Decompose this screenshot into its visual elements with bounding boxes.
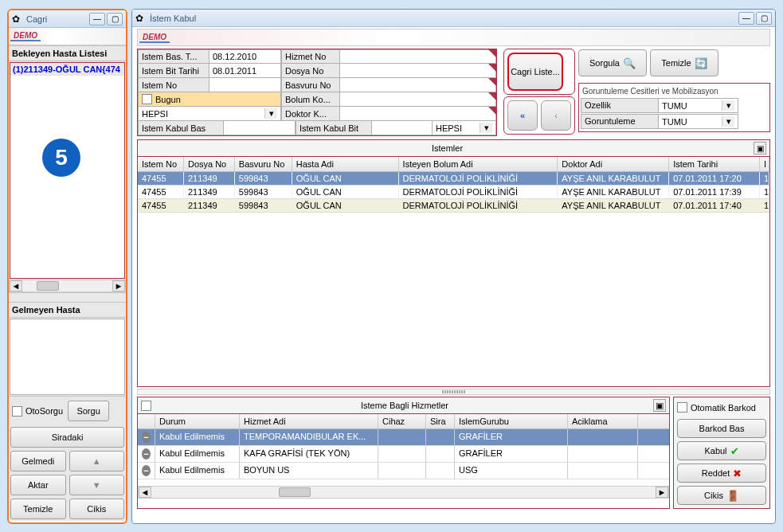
prev-button[interactable]: ‹ <box>541 100 571 131</box>
sub-grid-header: Durum Hizmet Adi Cihaz Sira IslemGurubu … <box>138 414 669 429</box>
cikis-button[interactable]: Cikis <box>69 499 125 519</box>
bolum-ko-input[interactable] <box>340 92 496 107</box>
sub-grid-title-bar: Isteme Bagli Hizmetler ▣ <box>138 397 669 414</box>
istemler-grid[interactable]: Istem No Dosya No Basvuru No Hasta Adi I… <box>137 156 770 387</box>
maximize-grid-button[interactable]: ▣ <box>754 142 766 155</box>
maximize-button[interactable]: ▢ <box>756 12 772 25</box>
col-cihaz[interactable]: Cihaz <box>378 414 426 428</box>
ozellik-select[interactable]: TUMU▾ <box>659 98 738 113</box>
dropdown-icon: ▾ <box>722 116 734 127</box>
istem-title: İstem Kabul <box>150 14 738 23</box>
table-row[interactable]: 47455211349599843OĞUL CANDERMATOLOJİ POL… <box>138 199 769 213</box>
scroll-thumb[interactable] <box>37 281 59 291</box>
no-show-header: Gelmeyen Hasta <box>9 302 126 318</box>
siradaki-button[interactable]: Siradaki <box>10 427 124 448</box>
hizmet-no-input[interactable] <box>340 49 496 64</box>
col-hasta-adi[interactable]: Hasta Adi <box>292 157 399 171</box>
scroll-left-icon[interactable]: ◄ <box>10 280 22 291</box>
oto-barkod-checkbox[interactable] <box>677 402 687 413</box>
cagri-title: Cagri <box>26 14 89 24</box>
col-sira[interactable]: Sira <box>426 414 455 428</box>
scroll-thumb[interactable] <box>279 487 311 497</box>
basvuru-no-input[interactable] <box>340 78 496 92</box>
hepsi2-select[interactable]: HEPSI▾ <box>433 121 496 135</box>
col-istem-no[interactable]: Istem No <box>138 157 184 171</box>
isteme-bagli-grid[interactable]: Isteme Bagli Hizmetler ▣ Durum Hizmet Ad… <box>137 397 670 509</box>
table-row[interactable]: − Kabul EdilmemisTEMPORAMANDIBULAR EK...… <box>138 429 669 446</box>
sorgu-button[interactable]: Sorgu <box>68 401 109 421</box>
col-basvuru-no[interactable]: Basvuru No <box>235 157 292 171</box>
sorgula-button[interactable]: Sorgula🔍 <box>578 49 647 76</box>
col-aciklama[interactable]: Aciklama <box>568 414 638 428</box>
table-row[interactable]: 47455211349599843OĞUL CANDERMATOLOJİ POL… <box>138 172 769 186</box>
istem-bas-input[interactable]: 08.12.2010 <box>209 49 281 64</box>
col-istem-tarihi[interactable]: Istem Tarihi <box>669 157 760 171</box>
up-button[interactable]: ▲ <box>69 451 125 471</box>
col-isteyen-bolum[interactable]: Isteyen Bolum Adi <box>399 157 558 171</box>
dosya-no-input[interactable] <box>340 64 496 78</box>
gelmedi-button[interactable]: Gelmedi <box>10 451 66 471</box>
subgrid-scrollbar[interactable]: ◄ ► <box>138 486 669 499</box>
col-doktor-adi[interactable]: Doktor Adi <box>558 157 669 171</box>
cikis-button[interactable]: Cikis🚪 <box>677 486 766 505</box>
chevron-down-icon: ▼ <box>92 480 101 490</box>
minimize-button[interactable]: — <box>89 13 105 25</box>
hepsi-select[interactable]: HEPSI▾ <box>138 107 281 121</box>
first-button[interactable]: « <box>507 100 538 131</box>
scroll-right-icon[interactable]: ► <box>656 487 668 498</box>
temizle-button[interactable]: Temizle🔄 <box>650 49 718 76</box>
col-islem[interactable]: IslemGurubu <box>455 414 568 428</box>
search-icon: 🔍 <box>623 57 636 69</box>
waiting-list-scrollbar[interactable]: ◄ ► <box>9 280 126 292</box>
waiting-list[interactable]: (1)211349-OĞUL CAN{474 5 <box>10 62 125 279</box>
col-i[interactable]: I <box>760 157 769 171</box>
hizmet-no-label: Hizmet No <box>281 49 340 64</box>
doktor-k-input[interactable] <box>340 107 496 121</box>
scroll-right-icon[interactable]: ► <box>112 280 125 291</box>
kabul-button[interactable]: Kabul✔ <box>677 441 766 460</box>
check-icon: ✔ <box>730 445 739 457</box>
cagri-liste-button[interactable]: Cagri Liste... <box>507 53 563 91</box>
grid-header: Istem No Dosya No Basvuru No Hasta Adi I… <box>138 157 769 172</box>
basvuru-no-label: Basvuru No <box>281 78 340 92</box>
reddet-button[interactable]: Reddet✖ <box>677 464 766 483</box>
exit-icon: 🚪 <box>726 490 739 502</box>
istem-kabul-bas-input[interactable] <box>224 121 296 135</box>
aktar-button[interactable]: Aktar <box>10 475 66 495</box>
istem-kabul-bas-label: Istem Kabul Bas <box>138 121 224 135</box>
otosorgu-checkbox[interactable] <box>12 406 22 417</box>
goruntuleme-select[interactable]: TUMU▾ <box>659 114 738 129</box>
status-minus-icon: − <box>142 465 151 476</box>
istem-bit-label: Istem Bit Tarihi <box>138 64 209 78</box>
istem-bit-input[interactable]: 08.01.2011 <box>209 64 281 78</box>
minimize-button[interactable]: — <box>738 12 754 25</box>
istem-bas-label: Istem Bas. T... <box>138 49 209 64</box>
istem-kabul-bit-input[interactable] <box>372 121 433 135</box>
col-hizmet[interactable]: Hizmet Adi <box>240 414 378 428</box>
col-durum[interactable]: Durum <box>155 414 240 428</box>
table-row[interactable]: − Kabul EdilmemisBOYUN USUSG <box>138 463 669 479</box>
istem-kabul-bit-label: Istem Kabul Bit <box>296 121 372 135</box>
select-all-checkbox[interactable] <box>141 401 151 411</box>
filter-form: Istem Bas. T... 08.12.2010 Hizmet No Ist… <box>137 49 497 136</box>
dropdown-icon: ▾ <box>722 100 734 111</box>
table-row[interactable]: − Kabul EdilmemisKAFA GRAFİSİ (TEK YÖN)G… <box>138 446 669 463</box>
goruntuleme-title: Goruntuleme Cesitleri ve Mobilizasyon <box>581 85 768 97</box>
queue-number-badge: 5 <box>42 139 80 177</box>
no-show-list[interactable] <box>10 319 125 395</box>
barkod-bas-button[interactable]: Barkod Bas <box>677 419 766 438</box>
table-row[interactable]: 47455211349599843OĞUL CANDERMATOLOJİ POL… <box>138 186 769 199</box>
app-icon: ✿ <box>135 13 147 24</box>
maximize-subgrid-button[interactable]: ▣ <box>653 399 666 412</box>
splitter[interactable] <box>137 389 770 395</box>
col-dosya-no[interactable]: Dosya No <box>184 157 235 171</box>
maximize-button[interactable]: ▢ <box>107 13 123 25</box>
status-minus-icon: − <box>142 448 151 460</box>
istem-title-bar: ✿ İstem Kabul — ▢ <box>132 10 775 27</box>
bugun-checkbox-cell[interactable]: Bugun <box>138 92 281 107</box>
down-button[interactable]: ▼ <box>69 475 125 495</box>
istem-no-input[interactable] <box>209 78 281 92</box>
temizle-button[interactable]: Temizle <box>10 499 66 519</box>
scroll-left-icon[interactable]: ◄ <box>139 487 151 498</box>
waiting-list-item[interactable]: (1)211349-OĞUL CAN{474 <box>10 63 124 76</box>
